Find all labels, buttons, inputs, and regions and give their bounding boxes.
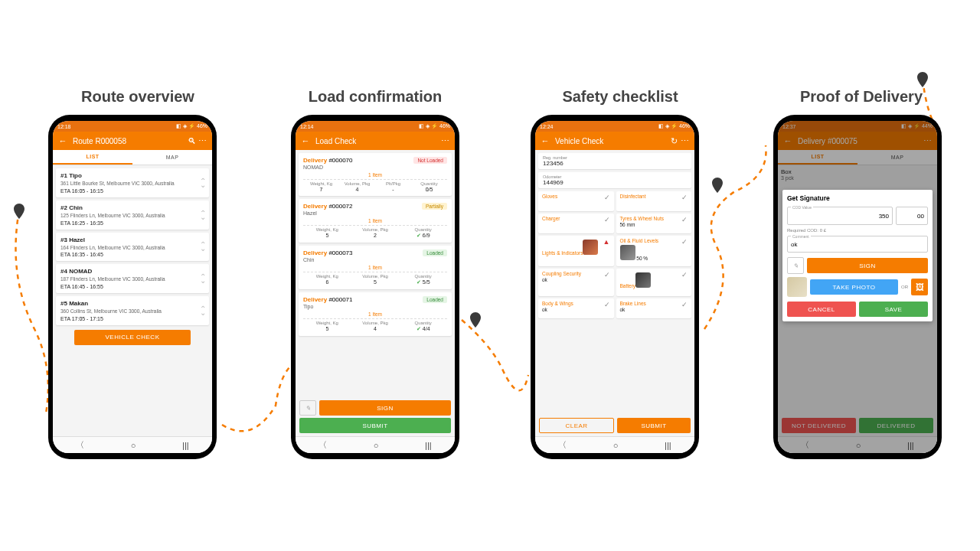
- cod-decimal-input[interactable]: 00: [896, 207, 928, 225]
- stop-card[interactable]: #1 Tipo 361 Little Bourke St, Melbourne …: [56, 168, 209, 197]
- stop-card[interactable]: #5 Makan 360 Collins St, Melbourne VIC 3…: [56, 296, 209, 325]
- chevron-icon: ⌃⌄: [200, 307, 206, 315]
- phone-load: 12:14◧ ◈ ⚡ 46% ← Load Check ⋯ Delivery #…: [291, 115, 459, 459]
- comment-input[interactable]: Comment ok: [787, 236, 928, 253]
- signature-pad[interactable]: ✎: [787, 257, 804, 274]
- phone-safety: 12:24◧ ◈ ⚡ 46% ← Vehicle Check ↻ ⋯ Reg. …: [531, 115, 699, 459]
- odometer-input[interactable]: Odometer 144969: [538, 172, 691, 188]
- history-icon[interactable]: ↻: [668, 135, 679, 146]
- take-photo-button[interactable]: TAKE PHOTO: [810, 279, 898, 295]
- save-button[interactable]: SAVE: [859, 302, 928, 317]
- gallery-button[interactable]: 🖼︎: [911, 279, 928, 295]
- nav-back-icon[interactable]: 〈: [76, 439, 84, 451]
- delivery-card[interactable]: Delivery #000073 Chin Loaded 1 Item Weig…: [299, 246, 452, 289]
- chevron-icon: ⌃⌄: [200, 179, 206, 187]
- check-icon: ✓: [681, 271, 688, 279]
- caption-load: Load confirmation: [291, 88, 459, 106]
- more-icon[interactable]: ⋯: [197, 135, 207, 146]
- sign-button[interactable]: SIGN: [319, 400, 451, 416]
- back-icon[interactable]: ←: [300, 135, 311, 146]
- tabs: LIST MAP: [53, 150, 212, 165]
- check-gloves[interactable]: Gloves✓: [538, 191, 614, 211]
- appbar-title: Vehicle Check: [555, 137, 668, 145]
- signature-dialog: Get Signature COD Value 350 00 Required …: [782, 190, 933, 321]
- check-icon: ✓: [604, 271, 610, 279]
- appbar-title: Load Check: [315, 137, 439, 145]
- delivery-card[interactable]: Delivery #000072 Hazel Partially 1 Item …: [299, 199, 452, 243]
- check-disinfectant[interactable]: Disinfectant✓: [616, 191, 692, 211]
- check-brakes[interactable]: Brake Lines✓ok: [616, 298, 692, 318]
- back-icon[interactable]: ←: [57, 135, 68, 146]
- chevron-icon: ⌃⌄: [200, 243, 206, 250]
- sign-button[interactable]: SIGN: [807, 258, 928, 273]
- chevron-icon: ⌃⌄: [200, 211, 206, 219]
- back-icon[interactable]: ←: [540, 135, 550, 146]
- check-tyres[interactable]: Tyres & Wheel Nuts✓56 mm: [616, 214, 692, 233]
- stop-card[interactable]: #3 Hazel 164 Flinders Ln, Melbourne VIC …: [56, 233, 209, 262]
- check-icon: ✓: [681, 194, 688, 201]
- check-icon: ✓: [681, 216, 688, 223]
- appbar-route: ← Route R000058 🔍︎ ⋯: [53, 132, 212, 150]
- required-cod-label: Required COD: 0 £: [787, 228, 928, 233]
- caption-route: Route overview: [54, 88, 222, 106]
- clear-button[interactable]: CLEAR: [539, 418, 614, 433]
- delivery-card[interactable]: Delivery #000070 NOMAD Not Loaded 1 Item…: [299, 153, 452, 196]
- vehicle-check-button[interactable]: VEHICLE CHECK: [74, 330, 191, 345]
- android-navbar: 〈 ○ |||: [53, 436, 212, 453]
- check-body[interactable]: Body & Wings✓ok: [538, 298, 614, 318]
- check-coupling[interactable]: Coupling Security✓ok: [538, 269, 614, 296]
- stop-card[interactable]: #4 NOMAD 187 Flinders Ln, Melbourne VIC …: [56, 264, 209, 293]
- dialog-title: Get Signature: [787, 194, 928, 202]
- status-pill: Partially: [422, 203, 447, 210]
- nav-recent-icon[interactable]: |||: [182, 441, 189, 450]
- delivery-card[interactable]: Delivery #000071 Tipo Loaded 1 Item Weig…: [299, 292, 452, 336]
- submit-button[interactable]: SUBMIT: [299, 418, 451, 433]
- check-battery[interactable]: Battery✓: [616, 269, 692, 296]
- warning-icon: ▲: [603, 238, 610, 246]
- phone-route: 12:18◧ ◈ ⚡ 46% ← Route R000058 🔍︎ ⋯ LIST…: [48, 115, 217, 459]
- reg-input[interactable]: Reg. number 123456: [538, 153, 691, 169]
- submit-button[interactable]: SUBMIT: [617, 418, 691, 433]
- caption-pod: Proof of Delivery: [773, 88, 949, 106]
- caption-safety: Safety checklist: [536, 88, 704, 106]
- cancel-button[interactable]: CANCEL: [787, 302, 856, 317]
- check-charger[interactable]: Charger✓: [538, 214, 614, 233]
- check-icon: ✓: [681, 238, 688, 246]
- check-icon: ✓: [681, 301, 688, 308]
- chevron-icon: ⌃⌄: [200, 275, 206, 282]
- status-pill: Loaded: [423, 296, 447, 303]
- check-lights[interactable]: Lights & Indicators▲: [538, 236, 614, 266]
- signature-thumb[interactable]: ✎: [299, 400, 316, 416]
- more-icon[interactable]: ⋯: [439, 135, 450, 146]
- check-icon: ✓: [604, 194, 610, 201]
- check-icon: ✓: [604, 301, 610, 308]
- status-bar: 12:18◧ ◈ ⚡ 46%: [53, 121, 212, 132]
- more-icon[interactable]: ⋯: [679, 135, 690, 146]
- stop-card[interactable]: #2 Chin 125 Flinders Ln, Melbourne VIC 3…: [56, 201, 209, 230]
- check-oil[interactable]: Oil & Fluid Levels✓ 50 %: [616, 236, 692, 266]
- status-pill: Not Loaded: [413, 157, 447, 164]
- tab-list[interactable]: LIST: [53, 150, 132, 165]
- phone-pod: 12:37◧ ◈ ⚡ 44% ← Delivery #000075 ⋯ LIST…: [773, 115, 942, 459]
- cod-value-input[interactable]: COD Value 350: [787, 207, 893, 225]
- photo-thumb[interactable]: [787, 277, 807, 297]
- status-pill: Loaded: [423, 249, 447, 256]
- tab-map[interactable]: MAP: [132, 150, 212, 165]
- appbar-title: Route R000058: [73, 137, 186, 145]
- search-icon[interactable]: 🔍︎: [186, 135, 197, 146]
- nav-home-icon[interactable]: ○: [131, 441, 136, 450]
- check-icon: ✓: [604, 216, 610, 223]
